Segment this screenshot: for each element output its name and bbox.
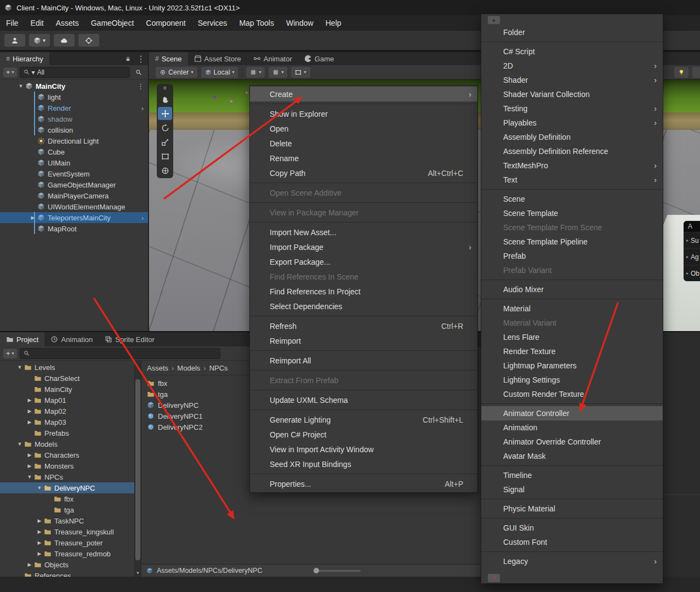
menu-item-scene-template-pipeline[interactable]: Scene Template Pipeline xyxy=(481,235,663,249)
expand-arrow-icon[interactable]: ▶ xyxy=(25,397,34,403)
menu-item-lens-flare[interactable]: Lens Flare xyxy=(481,330,663,344)
menu-item-seed-xr-input-bindings[interactable]: Seed XR Input Bindings xyxy=(250,457,477,471)
project-folder-objects[interactable]: ▶Objects xyxy=(0,559,141,570)
expand-arrow-icon[interactable]: ▼ xyxy=(35,485,44,491)
hierarchy-item-gameobjectmanager[interactable]: GameObjectManager xyxy=(0,179,148,190)
menu-item-open[interactable]: Open xyxy=(250,121,477,136)
menu-item-delete[interactable]: Delete xyxy=(250,136,477,151)
project-folder-models[interactable]: ▼Models xyxy=(0,439,141,449)
hierarchy-item-collision[interactable]: collision xyxy=(0,124,148,135)
rect-tool-button[interactable] xyxy=(158,150,172,163)
menu-item-generate-lighting[interactable]: Generate LightingCtrl+Shift+L xyxy=(250,412,477,427)
project-folder-map02[interactable]: ▶Map02 xyxy=(0,406,141,417)
hierarchy-item-cube[interactable]: Cube xyxy=(0,146,148,157)
menubar-item-assets[interactable]: Assets xyxy=(50,15,85,31)
menu-item-create[interactable]: Create› xyxy=(250,87,477,101)
menu-item-export-package[interactable]: Export Package... xyxy=(250,254,477,269)
menu-item-physic-material[interactable]: Physic Material xyxy=(481,502,663,516)
project-create-button[interactable]: + ▾ xyxy=(3,349,17,358)
menu-item-custom-render-texture[interactable]: Custom Render Texture xyxy=(481,387,663,401)
project-folder-treasure-poter[interactable]: ▶Treasure_poter xyxy=(0,537,141,548)
menu-item-assembly-definition-reference[interactable]: Assembly Definition Reference xyxy=(481,144,663,158)
menu-item-assembly-definition[interactable]: Assembly Definition xyxy=(481,130,663,144)
expand-arrow-icon[interactable]: ▼ xyxy=(16,83,25,89)
project-tree-scrollbar[interactable]: ▼ xyxy=(134,361,141,577)
menubar-item-gameobject[interactable]: GameObject xyxy=(85,15,140,31)
hierarchy-item-shadow[interactable]: shadow xyxy=(0,113,148,124)
move-tool-button[interactable] xyxy=(158,107,172,120)
clipped-toolbar-button[interactable] xyxy=(692,67,700,78)
menu-item-render-texture[interactable]: Render Texture xyxy=(481,344,663,358)
project-search-input[interactable] xyxy=(20,348,220,359)
breadcrumb-models[interactable]: Models xyxy=(177,364,200,372)
menu-item-timeline[interactable]: Timeline xyxy=(481,468,663,482)
pivot-mode-button[interactable]: Center ▾ xyxy=(156,67,197,78)
expand-arrow-icon[interactable]: ▶ xyxy=(35,529,44,534)
search-picker-icon[interactable] xyxy=(133,69,145,76)
expand-arrow-icon[interactable]: ▼ xyxy=(15,365,24,370)
project-folder-map03[interactable]: ▶Map03 xyxy=(0,417,141,428)
menu-item-update-uxml-schema[interactable]: Update UXML Schema xyxy=(250,392,477,407)
menu-item-import-new-asset[interactable]: Import New Asset... xyxy=(250,225,477,240)
project-folder-npcs[interactable]: ▼NPCs xyxy=(0,471,141,482)
submenu-scroll-down[interactable]: ▼ xyxy=(481,572,663,583)
menu-item-textmeshpro[interactable]: TextMeshPro› xyxy=(481,158,663,173)
menu-item-animator-controller[interactable]: Animator Controller xyxy=(481,406,663,420)
account-button[interactable] xyxy=(4,34,25,47)
overlay-item-ag[interactable]: ▸Ag xyxy=(684,248,700,265)
menu-item-shader[interactable]: Shader› xyxy=(481,73,663,87)
expand-arrow-icon[interactable]: ▶ xyxy=(25,452,34,458)
menu-item-2d[interactable]: 2D› xyxy=(481,59,663,73)
menu-item-animation[interactable]: Animation xyxy=(481,420,663,435)
rotate-tool-button[interactable] xyxy=(158,121,172,134)
menu-item-reimport-all[interactable]: Reimport All xyxy=(250,353,477,368)
menu-item-playables[interactable]: Playables› xyxy=(481,116,663,130)
orientation-button[interactable]: Local ▾ xyxy=(201,67,238,78)
expand-arrow-icon[interactable]: ▶ xyxy=(29,215,37,220)
menu-item-audio-mixer[interactable]: Audio Mixer xyxy=(481,282,663,297)
hierarchy-item-light[interactable]: light xyxy=(0,92,148,103)
hierarchy-item-maincity[interactable]: ▼MainCity⋮ xyxy=(0,81,148,92)
menubar-item-services[interactable]: Services xyxy=(192,15,234,31)
scrollbar-down-arrow[interactable]: ▼ xyxy=(135,571,141,576)
lock-icon[interactable] xyxy=(122,52,134,65)
kebab-menu-icon[interactable]: ⋮ xyxy=(134,52,148,65)
kebab-menu-icon[interactable]: ⋮ xyxy=(137,82,144,90)
menu-item-folder[interactable]: Folder xyxy=(481,25,663,39)
tab-scene[interactable]: #Scene xyxy=(149,52,188,65)
menu-item-testing[interactable]: Testing› xyxy=(481,101,663,116)
menu-item-refresh[interactable]: RefreshCtrl+R xyxy=(250,318,477,333)
project-folder-fbx[interactable]: fbx xyxy=(0,493,141,504)
project-folder-prefabs[interactable]: Prefabs xyxy=(0,428,141,439)
hierarchy-item-eventsystem[interactable]: EventSystem xyxy=(0,168,148,179)
grid-snapping-button[interactable]: ▾ xyxy=(269,67,287,78)
open-prefab-chevron-icon[interactable]: › xyxy=(141,214,144,222)
view-tool-button[interactable] xyxy=(158,93,172,106)
hierarchy-item-maproot[interactable]: MapRoot xyxy=(0,223,148,234)
menu-item-scene[interactable]: Scene xyxy=(481,192,663,206)
tab-sprite-editor[interactable]: Sprite Editor xyxy=(99,332,161,346)
menu-item-animator-override-controller[interactable]: Animator Override Controller xyxy=(481,435,663,449)
breadcrumb-npcs[interactable]: NPCs xyxy=(209,364,228,372)
project-folder-treasure-redmob[interactable]: ▶Treasure_redmob xyxy=(0,548,141,559)
expand-arrow-icon[interactable]: ▶ xyxy=(25,408,34,414)
menu-item-view-in-import-activity-window[interactable]: View in Import Activity Window xyxy=(250,442,477,457)
menu-item-prefab[interactable]: Prefab xyxy=(481,249,663,263)
menubar-item-file[interactable]: File xyxy=(0,15,25,31)
menubar-item-component[interactable]: Component xyxy=(140,15,191,31)
grid-visibility-button[interactable]: ▾ xyxy=(246,67,265,78)
expand-arrow-icon[interactable]: ▼ xyxy=(25,474,34,480)
menu-item-material[interactable]: Material xyxy=(481,301,663,316)
hierarchy-item-uimain[interactable]: UIMain xyxy=(0,157,148,168)
menu-item-copy-path[interactable]: Copy PathAlt+Ctrl+C xyxy=(250,166,477,180)
overlay-item-ob[interactable]: ▸Ob xyxy=(684,265,700,281)
expand-arrow-icon[interactable]: ▶ xyxy=(35,518,44,523)
hierarchy-item-directional-light[interactable]: Directional Light xyxy=(0,135,148,146)
expand-arrow-icon[interactable]: ▶ xyxy=(25,463,34,469)
project-folder-characters[interactable]: ▶Characters xyxy=(0,449,141,460)
menu-item-lightmap-parameters[interactable]: Lightmap Parameters xyxy=(481,358,663,373)
menubar-item-map-tools[interactable]: Map Tools xyxy=(233,15,280,31)
hierarchy-item-render[interactable]: Render› xyxy=(0,103,148,113)
project-folder-references[interactable]: References xyxy=(0,570,141,577)
tab-animation[interactable]: Animation xyxy=(44,332,99,346)
